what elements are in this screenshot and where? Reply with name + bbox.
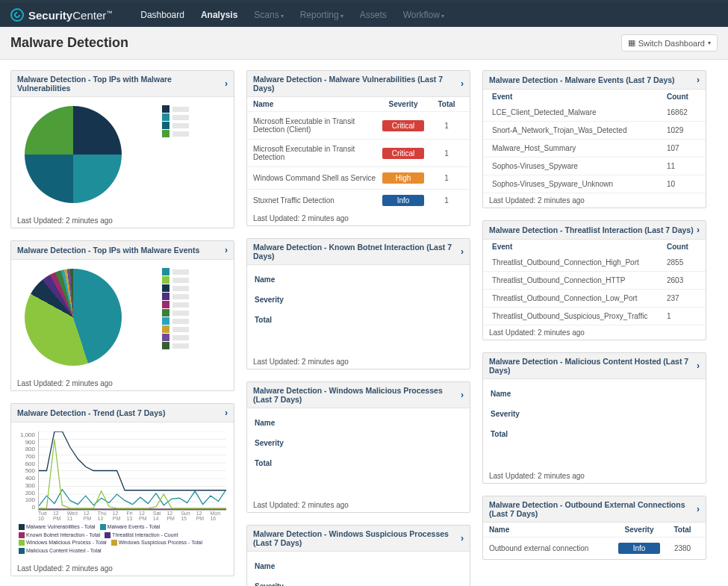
panel-header[interactable]: Malware Detection - Windows Malicious Pr… [247,382,470,408]
panel-header[interactable]: Malware Detection - Threatlist Interacti… [483,221,706,240]
nav-dashboard[interactable]: Dashboard [140,10,184,20]
nav-workflow[interactable]: Workflow▾ [403,10,444,20]
panel-body: Name Severity Total Microsoft Executable… [247,97,470,211]
brand-icon [10,8,24,22]
last-updated: Last Updated: 2 minutes ago [247,498,470,512]
x-axis: Tue 1012 PMWed 1112 PMThu 1212 PMFri 131… [38,511,226,521]
panel-header[interactable]: Malware Detection - Malware Events (Last… [483,71,706,90]
nav-links: Dashboard Analysis Scans▾ Reporting▾ Ass… [140,10,444,20]
table-row[interactable]: Windows Command Shell as Service High 1 [247,167,470,190]
table-header: Name Severity Total [247,97,470,112]
col-count: Count [667,93,697,101]
panel-body [11,260,234,376]
nav-assets[interactable]: Assets [360,10,387,20]
table-row[interactable]: Malware_Host_Summary107 [483,140,706,158]
legend-label: Malware Vulnerabilities - Total [26,524,96,530]
label-total: Total [255,310,462,330]
legend-label: Known Botnet Interaction - Total [26,532,100,538]
table-body: Outbound external connection Info 2380 [483,537,706,559]
legend-label: Windows Malicious Process - Total [26,540,107,546]
panel-header[interactable]: Malware Detection - Trend (Last 7 Days) … [11,404,234,423]
cell-total: 1 [429,122,464,130]
chevron-down-icon: ▾ [441,13,444,19]
legend-swatch [162,334,169,341]
cell-event: Threatlist_Outbound_Connection_Low_Port [492,294,667,302]
cell-severity: Critical [377,148,429,159]
panel-body: 1,0009008007006005004003002001000 Tue 10… [11,423,234,561]
nav-reporting[interactable]: Reporting▾ [300,10,343,20]
cell-total: 1 [429,174,464,182]
panel-header[interactable]: Malware Detection - Windows Suspicious P… [247,526,470,552]
table-row[interactable]: Sophos-Viruses_Spyware11 [483,158,706,175]
switch-dashboard-button[interactable]: ▦ Switch Dashboard ▾ [621,34,718,52]
panel-header[interactable]: Malware Detection - Top IPs with Malware… [11,241,234,260]
panel-header[interactable]: Malware Detection - Malware Vulnerabilit… [247,71,470,97]
nav-scans[interactable]: Scans▾ [254,10,283,20]
table-row[interactable]: Microsoft Executable in Transit Detectio… [247,140,470,167]
table-row[interactable]: Microsoft Executable in Transit Detectio… [247,112,470,140]
panel-header[interactable]: Malware Detection - Top IPs with Malware… [11,71,234,97]
table-row[interactable]: Threatlist_Outbound_Connection_High_Port… [483,254,706,272]
cell-count: 11 [667,162,697,170]
legend-swatch [111,540,117,546]
chevron-right-icon: › [225,245,228,255]
label-name: Name [255,556,462,576]
legend-swatch [105,532,111,538]
legend-item: Windows Malicious Process - Total [19,540,107,546]
legend-label: Malware Events - Total [108,524,161,530]
chevron-right-icon: › [461,246,464,257]
severity-badge: Info [618,543,660,554]
legend-label [172,335,189,340]
cell-event: Threatlist_Outbound_Connection_High_Port [492,258,667,266]
label-severity: Severity [491,404,698,424]
legend-item: Known Botnet Interaction - Total [19,532,100,538]
brand-word-a: Security [28,9,72,22]
legend-swatch [162,105,169,113]
panel-win-suspicious: Malware Detection - Windows Suspicious P… [246,525,470,586]
table-row[interactable]: LCE_Client_Detected_Malware16862 [483,104,706,122]
panel-top-ips-vuln: Malware Detection - Top IPs with Malware… [10,70,234,228]
column-3: Malware Detection - Malware Events (Last… [482,70,706,560]
panel-header[interactable]: Malware Detection - Outbound External Co… [483,496,706,523]
nav-analysis[interactable]: Analysis [201,10,237,20]
label-severity: Severity [255,290,462,310]
panel-header[interactable]: Malware Detection - Known Botnet Interac… [247,239,470,265]
col-severity: Severity [613,526,665,534]
column-2: Malware Detection - Malware Vulnerabilit… [246,70,470,586]
legend-label [172,107,189,112]
top-nav: SecurityCenter™ Dashboard Analysis Scans… [0,0,728,27]
legend-label: Windows Suspicious Process - Total [119,540,202,546]
panel-body: Name Severity Total [247,265,470,355]
severity-badge: High [382,172,424,184]
table-row[interactable]: Sophos-Viruses_Spyware_Unknown10 [483,175,706,193]
chevron-right-icon: › [461,390,464,400]
table-row[interactable]: Threatlist_Outbound_Connection_Low_Port2… [483,290,706,308]
legend-item: Malware Events - Total [100,524,161,530]
legend-label [172,327,189,332]
panel-header[interactable]: Malware Detection - Malicious Content Ho… [483,353,706,379]
column-1: Malware Detection - Top IPs with Malware… [10,70,234,576]
table-row[interactable]: Outbound external connection Info 2380 [483,537,706,559]
last-updated: Last Updated: 2 minutes ago [247,211,470,225]
panel-events7: Malware Detection - Malware Events (Last… [482,70,706,208]
panel-top-ips-events: Malware Detection - Top IPs with Malware… [10,240,234,391]
chart-legend: Malware Vulnerabilities - TotalMalware E… [17,523,228,555]
cell-event: Snort-A_Network_Trojan_Was_Detected [492,126,667,134]
table-row[interactable]: Snort-A_Network_Trojan_Was_Detected1029 [483,122,706,140]
legend-label: Threatlist Interaction - Count [112,532,178,538]
cell-name: Windows Command Shell as Service [253,174,377,182]
panel-body: Name Severity Total Outbound external co… [483,523,706,559]
table-row[interactable]: Stuxnet Traffic Detection Info 1 [247,190,470,211]
line-chart[interactable]: 1,0009008007006005004003002001000 Tue 10… [19,431,228,521]
table-row[interactable]: Threatlist_Outbound_Suspicious_Proxy_Tra… [483,308,706,325]
legend-item [162,317,189,325]
legend-swatch [19,524,25,530]
panel-hosted: Malware Detection - Malicious Content Ho… [482,352,706,484]
pie-chart[interactable] [25,106,122,203]
table-row[interactable]: Threatlist_Outbound_Connection_HTTP2603 [483,272,706,290]
last-updated: Last Updated: 2 minutes ago [247,355,470,369]
legend-label [172,269,189,275]
table-body[interactable]: LCE_Client_Detected_Malware16862Snort-A_… [483,104,706,193]
cell-event: Sophos-Viruses_Spyware_Unknown [492,180,667,188]
pie-chart[interactable] [25,269,122,366]
